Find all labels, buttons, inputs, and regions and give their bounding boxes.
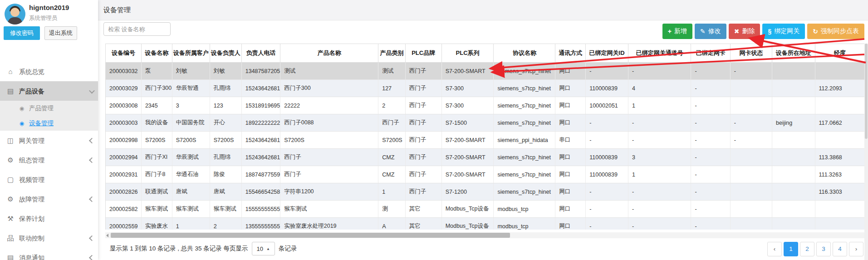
sidebar-item-fault-mgmt[interactable]: ⚙故障管理	[0, 189, 98, 209]
sidebar-item-message-notify[interactable]: ▤消息通知	[0, 248, 98, 260]
sidebar-submenu: ◉产品管理◉设备管理	[0, 101, 98, 131]
table-cell: 字符串1200	[280, 183, 378, 201]
table-cell: 1	[378, 183, 405, 201]
table-cell: 西门子300	[141, 80, 172, 97]
page-button-2[interactable]: 2	[800, 242, 814, 256]
scroll-left-arrow-icon[interactable]	[106, 234, 108, 237]
table-row[interactable]: 200003003我的设备中国国务院开心18922222222西门子0088西门…	[106, 114, 865, 132]
table-cell: 西门子XI	[141, 149, 172, 166]
table-row[interactable]: 200003032泵刘敏刘敏13487587205测试测试西门子S7-200-S…	[106, 63, 865, 80]
table-row[interactable]: 200003029西门子300华辰智通孔雨绵15243642681西门子3001…	[106, 80, 865, 97]
table-cell: -	[691, 149, 730, 166]
table-cell: 200003003	[106, 114, 141, 132]
table-cell	[730, 166, 772, 183]
column-header-2: 设备名称	[141, 44, 172, 63]
column-header-12: 已绑定网关ID	[586, 44, 628, 63]
toolbar: +新增✎修改✖删除§绑定网关↻强制同步点表	[662, 24, 864, 39]
sidebar-item-label: 故障管理	[19, 196, 44, 203]
table-row[interactable]: 200002931西门子8华通石油陈俊18874877559西门子CMZ西门子S…	[106, 166, 865, 183]
change-password-button[interactable]: 修改密码	[4, 26, 40, 40]
table-cell: 猴车测试	[210, 201, 241, 218]
refresh-icon: ↻	[813, 28, 818, 35]
sidebar-item-linkage-control[interactable]: 品联动控制	[0, 228, 98, 248]
sidebar-item-system-overview[interactable]: ⌂系统总览	[0, 62, 98, 81]
table-cell: -	[628, 183, 691, 201]
table-row[interactable]: 200002582猴车测试猴车测试猴车测试15555555555猴车测试测其它M…	[106, 201, 865, 218]
table-cell: 网口	[555, 97, 586, 114]
sidebar-item-maintenance-plan[interactable]: ⚒保养计划	[0, 209, 98, 228]
sidebar-item-video-mgmt[interactable]: ▢视频管理	[0, 170, 98, 189]
table-cell	[815, 63, 864, 80]
column-header-5: 负责人电话	[241, 44, 280, 63]
table-cell: S7-300	[441, 80, 494, 97]
sidebar-item-config-mgmt[interactable]: ⚙组态管理	[0, 150, 98, 170]
table-cell: 猴车测试	[280, 201, 378, 218]
button-label: 绑定网关	[774, 27, 799, 35]
table-cell	[730, 80, 772, 97]
page-size-dropdown[interactable]: 10 ▲	[252, 242, 275, 255]
table-row[interactable]: 200002998S7200SS7200SS7200S15243642681S7…	[106, 132, 865, 149]
avatar	[5, 4, 25, 25]
table-cell	[772, 166, 815, 183]
edit-button[interactable]: ✎修改	[695, 24, 726, 39]
page-button-4[interactable]: 4	[833, 242, 847, 256]
delete-button[interactable]: ✖删除	[729, 24, 760, 39]
x-icon: ✖	[734, 28, 740, 35]
table-cell	[815, 97, 864, 114]
bind-gateway-button[interactable]: §绑定网关	[762, 24, 805, 39]
table-cell: -	[628, 63, 691, 80]
vertical-scrollbar[interactable]	[864, 44, 868, 260]
table-cell: 西门子	[405, 166, 441, 183]
sidebar-item-product-device[interactable]: ▤产品设备	[0, 81, 98, 101]
table-row[interactable]: 200002559实验废水1213555555555实验室废水处理2019A其它…	[106, 218, 865, 230]
table-cell: 18922222222	[241, 114, 280, 132]
table-cell	[730, 97, 772, 114]
table-cell: 15546654258	[241, 183, 280, 201]
table-cell: 2345	[141, 97, 172, 114]
table-cell: 实验室废水处理2019	[280, 218, 378, 230]
force-sync-points-button[interactable]: ↻强制同步点表	[807, 24, 864, 39]
column-header-14: 已绑定网卡	[691, 44, 730, 63]
page-button-3[interactable]: 3	[816, 242, 831, 256]
table-row[interactable]: 200002994西门子XI华辰测试孔雨绵15243642681西门子CMZ西门…	[106, 149, 865, 166]
horizontal-scrollbar-thumb[interactable]	[111, 233, 510, 238]
table-cell: 1	[172, 218, 210, 230]
table-cell: S7-1200	[441, 183, 494, 201]
table-cell: 猴车测试	[141, 201, 172, 218]
table-cell: 西门子	[405, 114, 441, 132]
table-cell: 西门子	[280, 166, 378, 183]
chevron-left-icon	[89, 196, 95, 202]
records-summary: 显示第 1 到第 10 条记录 , 总共 35 条记录 每页显示	[110, 245, 248, 253]
page-title: 设备管理	[103, 6, 131, 15]
column-header-1: 设备编号	[106, 44, 141, 63]
table-cell: 西门子	[405, 132, 441, 149]
pagination-summary: 显示第 1 到第 10 条记录 , 总共 35 条记录 每页显示 10 ▲ 条记…	[110, 240, 297, 257]
chevron-left-icon	[89, 255, 95, 260]
logout-button[interactable]: 退出系统	[44, 26, 77, 40]
table-cell: 西门子	[378, 114, 405, 132]
table-cell: 1	[628, 97, 691, 114]
table-cell: 2	[210, 218, 241, 230]
table-cell	[815, 201, 864, 218]
search-input[interactable]	[103, 22, 171, 36]
column-header-3: 设备所属客户	[172, 44, 210, 63]
table-cell: Modbus_Tcp设备	[441, 201, 494, 218]
table-cell: 华通石油	[172, 166, 210, 183]
table-row[interactable]: 200002826联通测试唐斌唐斌15546654258字符串12001西门子S…	[106, 183, 865, 201]
table-cell: 200002559	[106, 218, 141, 230]
table-cell: 110000839	[586, 166, 628, 183]
sidebar-item-gateway-mgmt[interactable]: ◫网关管理	[0, 131, 98, 150]
table-cell: -	[730, 63, 772, 80]
table-cell: 刘敏	[172, 63, 210, 80]
column-header-15: 网卡状态	[730, 44, 772, 63]
page-next-button[interactable]: ›	[849, 242, 863, 256]
horizontal-scrollbar[interactable]	[105, 232, 864, 238]
sidebar-subitem-device-mgmt[interactable]: ◉设备管理	[0, 116, 98, 131]
page-button-1[interactable]: 1	[784, 242, 798, 256]
add-button[interactable]: +新增	[662, 24, 692, 39]
table-row[interactable]: 2000030082345312315318919695222222西门子S7-…	[106, 97, 865, 114]
column-header-16: 设备所在地址	[772, 44, 815, 63]
table-cell: -	[586, 201, 628, 218]
sidebar-subitem-product-mgmt[interactable]: ◉产品管理	[0, 101, 98, 116]
page-prev-button[interactable]: ‹	[767, 242, 782, 256]
